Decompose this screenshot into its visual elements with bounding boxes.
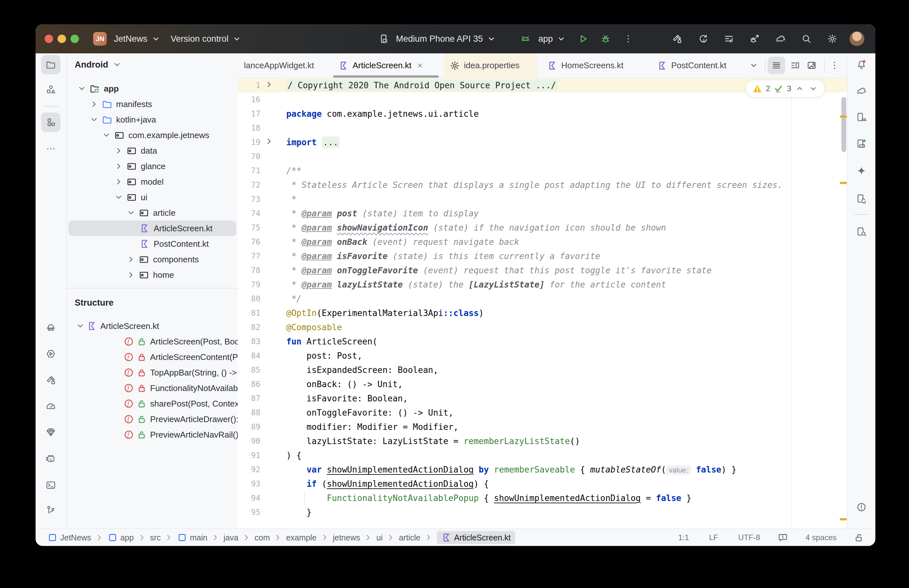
breadcrumb-jetnews[interactable]: JetNews bbox=[47, 532, 91, 543]
breadcrumb-jetnews[interactable]: jetnews bbox=[333, 533, 360, 543]
breadcrumb-java[interactable]: java bbox=[224, 533, 238, 543]
project-tree-item-com-example-jetnews[interactable]: com.example.jetnews bbox=[69, 128, 236, 143]
gemini-button[interactable] bbox=[852, 161, 871, 181]
project-tree-item-app[interactable]: app bbox=[69, 81, 236, 96]
prev-problem-button[interactable] bbox=[794, 84, 805, 94]
structure-item[interactable]: fArticleScreenContent(Post, () bbox=[67, 349, 238, 365]
expand-chevron-down-icon[interactable] bbox=[74, 321, 87, 331]
close-button[interactable] bbox=[45, 35, 53, 43]
breadcrumb-com[interactable]: com bbox=[255, 533, 270, 543]
structure-item[interactable]: fFunctionalityNotAvailablePop bbox=[67, 380, 238, 396]
project-tree-item-kotlin-java[interactable]: kotlin+java bbox=[69, 112, 236, 128]
structure-item[interactable]: fTopAppBar(String, () -> Unit, bbox=[67, 365, 238, 380]
project-tree-item-manifests[interactable]: manifests bbox=[69, 96, 236, 112]
inspections-status-button[interactable] bbox=[778, 532, 788, 543]
zoom-button[interactable] bbox=[71, 35, 79, 43]
breadcrumb-app[interactable]: app bbox=[107, 532, 134, 543]
expand-chevron-down-icon[interactable] bbox=[112, 192, 125, 202]
project-tree-item-article[interactable]: article bbox=[69, 205, 236, 221]
gradle-button[interactable] bbox=[852, 81, 871, 100]
more-actions-button[interactable] bbox=[620, 30, 637, 48]
tool-structure-button[interactable] bbox=[41, 113, 60, 132]
project-view-selector[interactable]: Android bbox=[75, 58, 238, 72]
caret-position[interactable]: 1:1 bbox=[676, 531, 692, 544]
project-tree-item-data[interactable]: data bbox=[69, 143, 236, 158]
running-devices-button[interactable] bbox=[852, 134, 871, 153]
tool-terminal-button[interactable] bbox=[41, 475, 60, 495]
gradle-sync-button[interactable] bbox=[772, 30, 789, 48]
split-view-button[interactable] bbox=[786, 57, 804, 74]
warning-stripe-mark[interactable] bbox=[840, 518, 847, 520]
breadcrumb-ui[interactable]: ui bbox=[376, 533, 383, 543]
tool-app-quality-insights-button[interactable] bbox=[41, 422, 60, 442]
tool-logcat-button[interactable] bbox=[41, 449, 60, 468]
project-tree-item-components[interactable]: components bbox=[69, 252, 236, 267]
tab-list-dropdown-button[interactable] bbox=[745, 57, 762, 74]
project-tree-item-articlescreen-kt[interactable]: ArticleScreen.kt bbox=[69, 221, 236, 236]
more-tool-windows-button[interactable] bbox=[41, 139, 60, 158]
project-tree-item-glance[interactable]: glance bbox=[69, 158, 236, 174]
collapse-chevron-right-icon[interactable] bbox=[112, 161, 125, 171]
tool-build-button[interactable] bbox=[41, 370, 60, 390]
minimize-button[interactable] bbox=[58, 35, 66, 43]
problems-button[interactable] bbox=[852, 498, 871, 517]
structure-item[interactable]: fPreviewArticleDrawer(): Unit bbox=[67, 411, 238, 427]
file-encoding[interactable]: UTF-8 bbox=[736, 531, 763, 544]
collapse-chevron-right-icon[interactable] bbox=[112, 145, 125, 156]
breadcrumb-example[interactable]: example bbox=[286, 533, 317, 543]
breadcrumb-main[interactable]: main bbox=[177, 532, 207, 543]
expand-chevron-down-icon[interactable] bbox=[75, 84, 88, 94]
tool-services-button[interactable] bbox=[41, 344, 60, 363]
editor-scrollbar[interactable] bbox=[841, 97, 846, 152]
run-list-button[interactable] bbox=[720, 30, 738, 48]
structure-file-row[interactable]: ArticleScreen.kt bbox=[67, 318, 238, 334]
editor-options-button[interactable] bbox=[826, 57, 843, 74]
line-separator[interactable]: LF bbox=[707, 531, 721, 544]
project-tree-item-model[interactable]: model bbox=[69, 174, 236, 189]
run-button[interactable] bbox=[574, 30, 592, 48]
attach-debugger-button[interactable] bbox=[746, 30, 764, 48]
close-tab-button[interactable]: × bbox=[417, 60, 423, 71]
expand-chevron-down-icon[interactable] bbox=[100, 130, 113, 141]
readonly-toggle-button[interactable] bbox=[854, 532, 864, 543]
code-editor[interactable]: 1/ Copyright 2020 The Android Open Sourc… bbox=[238, 78, 848, 529]
breadcrumb-src[interactable]: src bbox=[150, 533, 161, 543]
editor-tab-postcontent-kt[interactable]: PostContent.kt bbox=[652, 53, 744, 78]
breadcrumb-article[interactable]: article bbox=[399, 533, 421, 543]
sync-debugger-button[interactable]: A bbox=[694, 30, 712, 48]
project-tree-item-home[interactable]: home bbox=[69, 267, 236, 283]
warning-stripe-mark[interactable] bbox=[840, 115, 847, 118]
editor-tab-idea-properties[interactable]: idea.properties bbox=[444, 53, 537, 78]
structure-item[interactable]: fPreviewArticleNavRail(): Unit bbox=[67, 427, 238, 443]
structure-item[interactable]: fsharePost(Post, Context): Un bbox=[67, 396, 238, 411]
collapse-chevron-right-icon[interactable] bbox=[124, 254, 137, 265]
tool-profiler-button[interactable] bbox=[41, 396, 60, 416]
notifications-button[interactable] bbox=[852, 55, 871, 74]
next-problem-button[interactable] bbox=[808, 84, 819, 94]
settings-button[interactable] bbox=[823, 30, 841, 48]
device-selector[interactable]: Medium Phone API 35 bbox=[393, 32, 499, 46]
project-tree-item-ui[interactable]: ui bbox=[69, 189, 236, 205]
version-control-menu[interactable]: Version control bbox=[168, 32, 245, 46]
tool-app-inspection-button[interactable] bbox=[41, 318, 60, 337]
project-tree-item-postcontent-kt[interactable]: PostContent.kt bbox=[69, 236, 236, 252]
expand-chevron-down-icon[interactable] bbox=[124, 208, 137, 218]
device-manager-button[interactable] bbox=[852, 107, 871, 127]
breadcrumb-articlescreen-kt[interactable]: ArticleScreen.kt bbox=[437, 531, 515, 544]
editor-tab-lanceappwidget-kt[interactable]: lanceAppWidget.kt bbox=[239, 53, 323, 78]
tool-project-button[interactable] bbox=[41, 55, 60, 74]
run-configuration-selector[interactable]: app bbox=[536, 32, 569, 46]
project-name-menu[interactable]: JetNews bbox=[111, 32, 164, 46]
build-button[interactable] bbox=[668, 30, 686, 48]
expand-chevron-down-icon[interactable] bbox=[88, 115, 101, 125]
structure-item[interactable]: fArticleScreen(Post, Boolean, bbox=[67, 334, 238, 349]
indent-setting[interactable]: 4 spaces bbox=[803, 531, 839, 544]
preview-view-button[interactable] bbox=[803, 57, 820, 74]
fold-arrow-icon[interactable] bbox=[264, 136, 274, 149]
device-mirroring-button[interactable] bbox=[852, 189, 871, 208]
device-explorer-button[interactable] bbox=[852, 222, 871, 241]
warning-stripe-mark[interactable] bbox=[840, 182, 847, 184]
editor-tab-articlescreen-kt[interactable]: ArticleScreen.kt× bbox=[333, 53, 439, 78]
fold-arrow-icon[interactable] bbox=[264, 79, 274, 92]
collapse-chevron-right-icon[interactable] bbox=[88, 99, 101, 109]
